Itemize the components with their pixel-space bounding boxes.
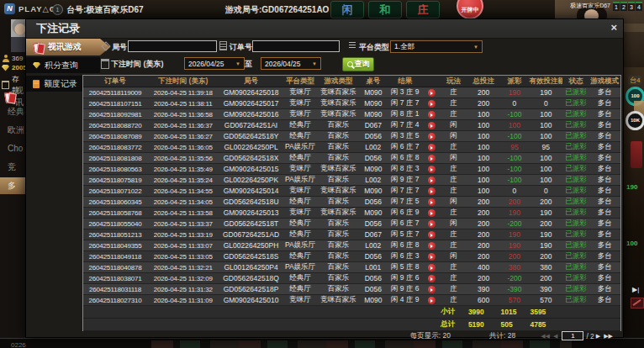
diamond-icon — [2, 65, 9, 71]
cell-platform: 经典厅 — [283, 219, 318, 229]
seat-number: 3 — [628, 2, 635, 11]
cell-valid: 200 — [529, 219, 562, 229]
result-play-icon[interactable] — [428, 231, 435, 239]
table-row[interactable]: 2604251180550402026-04-25 11:33:37GD0562… — [83, 219, 620, 229]
prev-page-icon[interactable]: ◀ — [553, 333, 557, 340]
table-row[interactable]: 2604251180887202026-04-25 11:36:37GD0672… — [83, 120, 620, 131]
tab-视讯游戏[interactable]: 视讯游戏 — [26, 39, 110, 55]
cell-valid: 200 — [529, 251, 562, 262]
result-play-icon[interactable] — [428, 133, 435, 140]
result-play-icon[interactable] — [428, 286, 435, 293]
table-row[interactable]: 2604251180380712026-04-25 11:32:09GD0562… — [83, 273, 620, 284]
result-play-icon[interactable] — [428, 187, 435, 195]
subtotal-row: 小计 3990 1015 3595 — [83, 306, 620, 319]
close-icon[interactable]: × — [610, 21, 617, 34]
bet-button-庄[interactable]: 庄 — [406, 1, 440, 18]
result-play-icon[interactable] — [428, 297, 435, 304]
result-play-icon[interactable] — [428, 253, 435, 261]
table-row[interactable]: 2604251181190092026-04-25 11:39:18GM0902… — [83, 87, 620, 98]
cell-status: 已派彩 — [562, 120, 589, 131]
cell-play: 庄 — [440, 98, 467, 109]
bet-button-闲[interactable]: 闲 — [330, 1, 364, 18]
cell-table: D056 — [360, 251, 388, 262]
cell-round: GM09026425013 — [219, 208, 283, 219]
result-play-icon[interactable] — [428, 155, 435, 162]
table-row[interactable]: 2604251180493552026-04-25 11:33:07GL0022… — [83, 240, 620, 251]
result-play-icon[interactable] — [428, 275, 435, 282]
table-row[interactable]: 2604251180818082026-04-25 11:35:56GD0562… — [83, 153, 620, 164]
table-row[interactable]: 2604251180710222026-04-25 11:34:55GM0902… — [83, 186, 620, 197]
lobby-menu-item[interactable]: 多 — [0, 177, 25, 194]
result-play-icon[interactable] — [428, 264, 435, 272]
cell-result: 闲 6 庄 7 — [387, 219, 423, 229]
result-play-icon[interactable] — [428, 144, 435, 151]
result-play-icon[interactable] — [428, 100, 435, 108]
result-play-icon[interactable] — [428, 242, 435, 250]
lobby-menu-item[interactable]: 欧洲 — [0, 122, 25, 139]
chip-10k[interactable]: 10K — [626, 111, 644, 130]
lobby-menu-item[interactable]: 竞 — [0, 159, 25, 176]
table-row[interactable]: 2604251180491182026-04-25 11:33:05GD0562… — [83, 251, 620, 262]
cell-round: GD0562642518Q — [219, 273, 283, 284]
date-from-select[interactable]: 2026/04/25 ▼ — [184, 57, 245, 70]
platform-select[interactable]: 1.全部 ▼ — [390, 40, 483, 53]
order-input[interactable] — [252, 40, 340, 52]
cell-result: 闲 9 庄 7 — [387, 175, 423, 186]
cell-platform: PA娱乐厅 — [283, 175, 318, 186]
cell-play: 庄 — [440, 284, 467, 295]
table-row[interactable]: 2604251180805632026-04-25 11:35:49GM0902… — [83, 164, 620, 175]
table-row[interactable]: 2604251180512132026-04-25 11:33:19GD0672… — [83, 229, 620, 240]
cell-result: 闲 6 庄 3 — [387, 251, 423, 262]
cell-mode: 多台 — [589, 262, 620, 273]
cell-table: M090 — [360, 164, 388, 175]
date-to-select[interactable]: 2026/04/25 ▼ — [261, 57, 321, 70]
cell-platform: 经典厅 — [283, 197, 318, 208]
result-play-icon[interactable] — [428, 198, 435, 206]
play-control-icon[interactable]: ▶| — [632, 286, 639, 293]
cell-round: GM09026425015 — [219, 164, 283, 175]
calendar-icon — [101, 59, 109, 69]
cell-time: 2026-04-25 11:32:09 — [147, 273, 219, 284]
result-play-icon[interactable] — [428, 89, 435, 97]
last-page-icon[interactable]: ▶▶ — [604, 333, 613, 340]
lobby-menu-item[interactable]: Cho — [0, 140, 25, 157]
cell-play: 庄 — [440, 273, 467, 284]
cell-valid: 570 — [529, 295, 562, 306]
roadmap-strip — [151, 340, 572, 348]
round-input[interactable] — [128, 40, 217, 52]
cell-mode: 多台 — [589, 240, 620, 251]
table-row[interactable]: 2604251180929812026-04-25 11:36:58GM0902… — [83, 109, 620, 120]
result-play-icon[interactable] — [428, 220, 435, 228]
table-row[interactable]: 2604251180587682026-04-25 11:33:58GM0902… — [83, 208, 620, 219]
tab-积分查询[interactable]: 积分查询 — [26, 57, 100, 74]
next-page-icon[interactable]: ▶ — [596, 333, 600, 340]
avatar — [11, 19, 25, 52]
result-play-icon[interactable] — [428, 122, 435, 129]
result-play-icon[interactable] — [428, 166, 435, 173]
lobby-menu-item[interactable]: 经典 — [0, 103, 25, 120]
result-play-icon[interactable] — [428, 177, 435, 184]
table-row[interactable]: 2604251180273102026-04-25 11:31:09GM0902… — [83, 295, 620, 306]
cell-valid: 100 — [529, 120, 562, 131]
cell-play: 庄 — [440, 229, 467, 240]
modal-title-bar: 下注记录 × — [26, 19, 623, 39]
table-row[interactable]: 2604251180311182026-04-25 11:31:32GD0562… — [83, 284, 620, 295]
cell-result: 闲 3 庄 5 — [387, 131, 423, 142]
result-play-icon[interactable] — [428, 111, 435, 119]
table-row[interactable]: 2604251181071512026-04-25 11:38:11GM0902… — [83, 98, 620, 109]
tag-icon — [101, 41, 110, 50]
cell-time: 2026-04-25 11:35:56 — [147, 153, 219, 164]
cell-status: 已派彩 — [562, 240, 589, 251]
bet-button-和[interactable]: 和 — [368, 1, 402, 18]
table-row[interactable]: 2604251180408782026-04-25 11:32:21GL0012… — [83, 262, 620, 273]
first-page-icon[interactable]: ◀◀ — [541, 333, 550, 340]
table-row[interactable]: 2604251180603452026-04-25 11:34:05GD0562… — [83, 197, 620, 208]
table-row[interactable]: 2604251180758192026-04-25 11:35:24GL0022… — [83, 175, 620, 186]
top-bar: N PLAY△CE 1 台号:极速百家乐D67 游戏局号:GD067264251… — [0, 0, 644, 18]
page-input[interactable]: 1 — [562, 331, 583, 340]
result-play-icon[interactable] — [428, 209, 435, 217]
table-row[interactable]: 2604251180870892026-04-25 11:36:27GD0562… — [83, 131, 620, 142]
cell-game: 百家乐 — [317, 273, 359, 284]
search-button[interactable]: 查询 — [342, 57, 374, 71]
table-row[interactable]: 2604251180837722026-04-25 11:36:05GL0022… — [83, 142, 620, 153]
